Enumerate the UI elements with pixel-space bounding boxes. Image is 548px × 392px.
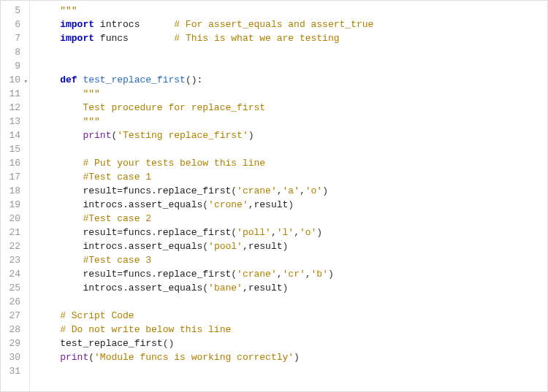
- code-line[interactable]: #Test case 3: [37, 253, 547, 267]
- token-str: 'bane': [208, 283, 243, 293]
- code-line[interactable]: introcs.assert_equals('crone',result): [37, 198, 547, 212]
- token-ws: [37, 338, 60, 349]
- token-ws: [37, 172, 83, 182]
- token-punct: .: [123, 283, 129, 293]
- token-docstr: """: [83, 116, 99, 127]
- token-punct: ): [248, 130, 254, 141]
- token-ws: [37, 5, 60, 16]
- token-ws: [37, 33, 60, 44]
- token-docstr: Test procedure for replace_first: [83, 102, 265, 113]
- line-number: 28: [7, 323, 20, 337]
- token-punct: ,: [243, 283, 248, 293]
- token-punct: =: [117, 227, 123, 238]
- token-ident: assert_equals: [129, 199, 202, 210]
- code-line[interactable]: #Test case 1: [37, 170, 547, 184]
- token-str: 'o': [300, 227, 316, 238]
- line-number: 12: [7, 101, 20, 115]
- token-ident: replace_first: [157, 185, 231, 196]
- token-ws: [129, 33, 174, 44]
- token-punct: .: [151, 227, 157, 238]
- token-ident: test_replace_first: [60, 338, 162, 349]
- token-ws: [37, 352, 60, 363]
- token-str: 'crane': [237, 269, 277, 280]
- code-line[interactable]: """: [37, 115, 547, 128]
- line-number: 14: [7, 128, 20, 142]
- token-ident: introcs: [100, 19, 140, 30]
- code-line[interactable]: [37, 142, 547, 156]
- token-str: 'crone': [208, 199, 248, 210]
- token-ident: replace_first: [157, 227, 231, 238]
- code-line[interactable]: # Do not write below this line: [37, 323, 547, 337]
- token-keyword: def: [60, 74, 77, 85]
- code-line[interactable]: print('Module funcs is working correctly…: [37, 350, 547, 364]
- code-line[interactable]: introcs.assert_equals('bane',result): [37, 281, 547, 295]
- token-punct: .: [151, 185, 157, 196]
- token-ident: introcs: [83, 241, 123, 252]
- token-ws: [37, 158, 83, 169]
- token-ident: result: [83, 269, 117, 280]
- code-line[interactable]: #Test case 2: [37, 212, 547, 226]
- line-number: 21: [7, 226, 20, 239]
- token-ws: [140, 19, 174, 30]
- line-number: 30: [7, 350, 20, 364]
- token-punct: .: [151, 269, 157, 280]
- code-line[interactable]: print('Testing replace_first'): [37, 128, 547, 142]
- token-str: 'cr': [283, 269, 305, 280]
- code-line[interactable]: """: [37, 4, 547, 18]
- code-line[interactable]: # Script Code: [37, 309, 547, 323]
- code-line[interactable]: [37, 45, 547, 59]
- token-ws: [37, 310, 60, 321]
- code-line[interactable]: [37, 59, 547, 73]
- token-ws: [37, 283, 83, 293]
- code-line[interactable]: result=funcs.replace_first('poll','l','o…: [37, 226, 547, 239]
- line-number: 19: [7, 198, 20, 212]
- token-comment: # This is what we are testing: [174, 33, 339, 44]
- token-str: 'b': [311, 269, 328, 280]
- token-punct: =: [117, 269, 123, 280]
- code-area[interactable]: """ import introcs # For assert_equals a…: [30, 1, 547, 391]
- code-line[interactable]: introcs.assert_equals('pool',result): [37, 239, 547, 253]
- line-number: 6: [7, 18, 20, 31]
- code-line[interactable]: import funcs # This is what we are testi…: [37, 31, 547, 45]
- code-line[interactable]: test_replace_first(): [37, 337, 547, 350]
- line-number: 26: [7, 295, 20, 309]
- line-number: 20: [7, 212, 20, 226]
- code-line[interactable]: # Put your tests below this line: [37, 156, 547, 170]
- token-str: 'Testing replace_first': [117, 130, 248, 141]
- token-ws: [37, 255, 83, 266]
- line-gutter: 5678910▾11121314151617181920212223242526…: [1, 1, 30, 391]
- token-ws: [94, 33, 100, 44]
- code-line[interactable]: result=funcs.replace_first('crane','cr',…: [37, 267, 547, 281]
- token-punct: .: [123, 199, 129, 210]
- token-ws: [94, 19, 100, 30]
- token-punct: (: [88, 352, 94, 363]
- token-ident: introcs: [83, 283, 123, 293]
- code-editor[interactable]: 5678910▾11121314151617181920212223242526…: [0, 0, 548, 392]
- line-number: 16: [7, 156, 20, 170]
- token-punct: (): [163, 338, 175, 349]
- code-line[interactable]: """: [37, 87, 547, 101]
- line-number: 22: [7, 239, 20, 253]
- token-punct: ,: [248, 199, 254, 210]
- code-line[interactable]: [37, 364, 547, 378]
- code-line[interactable]: import introcs # For assert_equals and a…: [37, 18, 547, 31]
- token-punct: (: [231, 269, 237, 280]
- token-ident: result: [248, 241, 283, 252]
- code-line[interactable]: [37, 295, 547, 309]
- token-punct: ,: [294, 227, 300, 238]
- code-line[interactable]: def test_replace_first():: [37, 73, 547, 87]
- line-number: 17: [7, 170, 20, 184]
- token-punct: ,: [277, 269, 283, 280]
- token-ws: [37, 130, 83, 141]
- token-punct: ): [322, 185, 328, 196]
- token-ws: [37, 269, 83, 280]
- line-number: 8: [7, 45, 20, 59]
- fold-icon[interactable]: ▾: [24, 75, 28, 89]
- code-line[interactable]: Test procedure for replace_first: [37, 101, 547, 115]
- token-keyword: import: [60, 19, 94, 30]
- code-line[interactable]: result=funcs.replace_first('crane','a','…: [37, 184, 547, 198]
- line-number: 13: [7, 115, 20, 128]
- line-number: 23: [7, 253, 20, 267]
- token-punct: (: [202, 199, 208, 210]
- token-punct: ,: [300, 185, 305, 196]
